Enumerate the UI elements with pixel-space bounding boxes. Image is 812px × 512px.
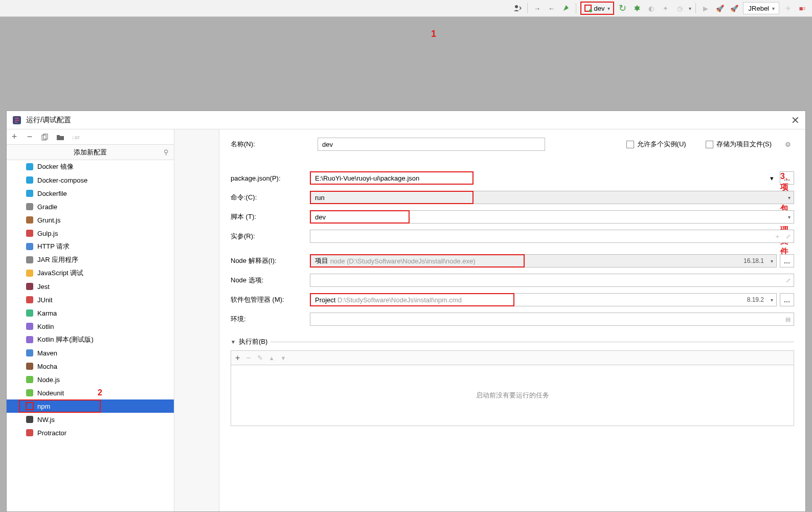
profile-icon[interactable]: ✦	[660, 3, 671, 14]
chevron-down-icon[interactable]: ▾	[770, 174, 774, 182]
rocket-icon[interactable]: 🚀	[714, 3, 726, 14]
config-type-node-js[interactable]: Node.js	[7, 373, 174, 386]
remove-task-button[interactable]: −	[246, 353, 251, 363]
rocket-debug-icon[interactable]: 🚀	[729, 3, 740, 14]
app-icon	[12, 115, 22, 125]
pkg-manager-select[interactable]: Project D:\StudySoftware\NodeJs\install\…	[310, 293, 514, 306]
command-select[interactable]: run	[310, 191, 473, 204]
jrebel-selector[interactable]: JRebel ▾	[743, 2, 779, 14]
chevron-down-icon: ▾	[788, 214, 791, 220]
browse-button[interactable]: …	[780, 293, 794, 306]
plus-icon[interactable]: +	[775, 233, 779, 240]
allow-multiple-checkbox[interactable]: 允许多个实例(U)	[626, 140, 686, 149]
close-button[interactable]: ✕	[790, 115, 800, 125]
config-type-icon	[25, 202, 34, 211]
config-type-nw-js[interactable]: NW.js	[7, 413, 174, 426]
config-tree-pane: + − ↓az 添加新配置 ⚲ Docker 镜像Docker-composeD…	[7, 129, 174, 511]
config-type-icon	[25, 362, 34, 371]
paper-plane-icon[interactable]: ✈	[782, 3, 794, 14]
tree-toolbar: + − ↓az	[7, 129, 174, 145]
config-type-label: Node.js	[37, 376, 60, 384]
config-type-label: Maven	[37, 349, 57, 357]
node-interpreter-select[interactable]: 项目 node (D:\StudySoftware\NodeJs\install…	[310, 254, 525, 268]
node-interpreter-ext[interactable]: 16.18.1 ▾	[525, 254, 777, 268]
scripts-select-ext[interactable]: ▾	[410, 210, 794, 224]
args-input[interactable]: + ⤢	[310, 230, 794, 243]
add-task-button[interactable]: +	[235, 353, 240, 363]
chevron-down-icon[interactable]: ▾	[689, 6, 691, 11]
config-type-label: Docker 镜像	[37, 162, 74, 171]
name-input[interactable]	[318, 138, 545, 151]
run-config-selector[interactable]: dev ▾	[580, 2, 614, 15]
config-type-kotlin[interactable]: Kotlin	[7, 320, 174, 333]
run-icon[interactable]: ↻	[617, 3, 628, 14]
config-form: 名称(N): 允许多个实例(U) 存储为项目文件(S) ⚙ package.js…	[219, 129, 805, 511]
package-json-input[interactable]: E:\RuoYi-Vue\ruoyi-ui\package.json	[310, 171, 473, 185]
coverage-icon[interactable]: ◐	[646, 3, 657, 14]
config-type-docker-[interactable]: Docker 镜像	[7, 160, 174, 173]
config-type-nodeunit[interactable]: Nodeunit2	[7, 386, 174, 399]
node-options-label: Node 选项:	[231, 276, 310, 285]
clock-icon[interactable]: ◷	[674, 3, 686, 14]
config-type-junit[interactable]: JUnit	[7, 293, 174, 306]
config-type-grunt-js[interactable]: Grunt.js	[7, 213, 174, 227]
add-button[interactable]: +	[10, 131, 19, 142]
user-icon[interactable]	[512, 3, 523, 14]
node-options-input[interactable]: ⤢	[310, 274, 794, 287]
expand-icon[interactable]: ⤢	[786, 233, 791, 240]
config-type-protractor[interactable]: Protractor	[7, 426, 174, 439]
config-type-mocha[interactable]: Mocha	[7, 360, 174, 373]
config-type-label: Nodeunit	[37, 389, 64, 397]
expand-icon[interactable]: ⤢	[786, 277, 791, 284]
config-type-karma[interactable]: Karma	[7, 306, 174, 320]
env-input[interactable]: ▤	[310, 313, 794, 326]
list-icon[interactable]: ▤	[785, 316, 791, 323]
config-type-npm[interactable]: npm	[7, 399, 174, 413]
config-type-jar-[interactable]: JAR 应用程序	[7, 253, 174, 266]
move-down-button[interactable]: ▼	[281, 355, 286, 361]
name-label: 名称(N):	[231, 140, 307, 149]
env-label: 环境:	[231, 315, 310, 324]
jrebel-label: JRebel	[749, 5, 769, 12]
dialog-title: 运行/调试配置	[26, 116, 790, 125]
move-up-button[interactable]: ▲	[269, 355, 275, 361]
config-type-dockerfile[interactable]: Dockerfile	[7, 187, 174, 200]
config-type-docker-compose[interactable]: Docker-compose	[7, 173, 174, 187]
config-type-label: Jest	[37, 283, 50, 291]
before-launch-header[interactable]: ▼ 执行前(B)	[231, 337, 794, 346]
back-icon[interactable]: ←	[546, 3, 557, 14]
before-launch-toolbar: + − ✎ ▲ ▼	[231, 350, 794, 365]
config-type-icon	[25, 282, 34, 291]
config-type-label: Dockerfile	[37, 190, 67, 197]
config-type-jest[interactable]: Jest	[7, 280, 174, 293]
config-type-gulp-js[interactable]: Gulp.js	[7, 227, 174, 240]
config-type-label: Grunt.js	[37, 216, 61, 224]
scripts-select[interactable]: dev	[310, 210, 410, 224]
config-type-http-[interactable]: HTTP 请求	[7, 240, 174, 253]
command-select-ext[interactable]: ▾	[473, 191, 794, 204]
filter-icon[interactable]: ⚲	[164, 148, 169, 156]
browse-button[interactable]: …	[780, 171, 794, 185]
folder-button[interactable]	[56, 133, 65, 141]
gear-icon[interactable]: ⚙	[785, 141, 794, 148]
config-type-icon	[25, 388, 34, 397]
remove-button[interactable]: −	[25, 131, 34, 142]
play-icon[interactable]: ▶	[700, 3, 711, 14]
build-icon[interactable]	[560, 3, 572, 14]
config-type-javascript-[interactable]: JavaScript 调试	[7, 266, 174, 280]
browse-button[interactable]: …	[780, 254, 794, 268]
forward-icon[interactable]: →	[532, 3, 543, 14]
store-project-checkbox[interactable]: 存储为项目文件(S)	[706, 140, 772, 149]
sort-button[interactable]: ↓az	[71, 134, 80, 140]
add-config-header[interactable]: 添加新配置 ⚲	[7, 145, 174, 160]
edit-task-button[interactable]: ✎	[257, 354, 263, 362]
stop-icon[interactable]: ■2	[797, 3, 808, 14]
config-type-maven[interactable]: Maven	[7, 346, 174, 360]
pkg-manager-ext[interactable]: 8.19.2 ▾	[514, 293, 777, 306]
debug-icon[interactable]	[631, 3, 643, 14]
config-type-kotlin-[interactable]: Kotlin 脚本(测试版)	[7, 333, 174, 346]
scripts-label: 脚本 (T):	[231, 212, 310, 221]
config-type-gradle[interactable]: Gradle	[7, 200, 174, 213]
copy-button[interactable]	[40, 133, 50, 141]
config-type-label: Karma	[37, 309, 57, 317]
